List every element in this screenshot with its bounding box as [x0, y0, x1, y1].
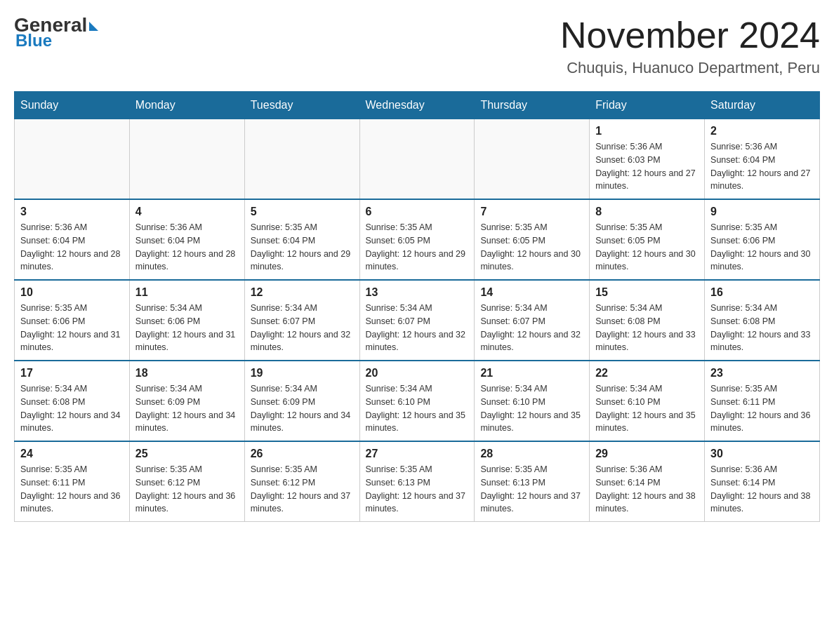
day-info: Sunrise: 5:34 AM Sunset: 6:09 PM Dayligh… — [251, 382, 354, 435]
header: General Blue November 2024 Chuquis, Huan… — [14, 14, 820, 77]
calendar-cell-3-2: 19Sunrise: 5:34 AM Sunset: 6:09 PM Dayli… — [244, 361, 359, 441]
day-number: 10 — [20, 286, 124, 299]
week-row-2: 3Sunrise: 5:36 AM Sunset: 6:04 PM Daylig… — [15, 199, 820, 280]
header-monday: Monday — [129, 92, 244, 119]
calendar-cell-0-4 — [475, 119, 590, 200]
header-thursday: Thursday — [475, 92, 590, 119]
day-info: Sunrise: 5:34 AM Sunset: 6:07 PM Dayligh… — [251, 302, 354, 354]
calendar-cell-0-2 — [244, 119, 359, 200]
month-title: November 2024 — [560, 14, 820, 56]
day-info: Sunrise: 5:34 AM Sunset: 6:08 PM Dayligh… — [710, 302, 814, 354]
calendar-cell-1-5: 8Sunrise: 5:35 AM Sunset: 6:05 PM Daylig… — [590, 199, 705, 280]
day-number: 11 — [135, 286, 239, 299]
day-info: Sunrise: 5:35 AM Sunset: 6:11 PM Dayligh… — [20, 463, 124, 516]
day-number: 13 — [366, 286, 469, 299]
day-number: 19 — [251, 367, 354, 380]
day-info: Sunrise: 5:36 AM Sunset: 6:04 PM Dayligh… — [135, 221, 239, 274]
day-number: 15 — [595, 286, 699, 299]
calendar-cell-0-3 — [359, 119, 475, 200]
day-info: Sunrise: 5:35 AM Sunset: 6:06 PM Dayligh… — [20, 302, 124, 354]
day-info: Sunrise: 5:34 AM Sunset: 6:08 PM Dayligh… — [595, 302, 699, 354]
calendar-cell-2-4: 14Sunrise: 5:34 AM Sunset: 6:07 PM Dayli… — [475, 280, 590, 361]
day-number: 1 — [595, 125, 699, 137]
day-info: Sunrise: 5:34 AM Sunset: 6:10 PM Dayligh… — [480, 382, 583, 435]
calendar-cell-2-6: 16Sunrise: 5:34 AM Sunset: 6:08 PM Dayli… — [705, 280, 820, 361]
day-info: Sunrise: 5:35 AM Sunset: 6:13 PM Dayligh… — [366, 463, 469, 516]
day-number: 2 — [710, 125, 814, 137]
header-sunday: Sunday — [15, 92, 130, 119]
calendar-cell-1-3: 6Sunrise: 5:35 AM Sunset: 6:05 PM Daylig… — [359, 199, 475, 280]
calendar-cell-1-6: 9Sunrise: 5:35 AM Sunset: 6:06 PM Daylig… — [705, 199, 820, 280]
day-info: Sunrise: 5:35 AM Sunset: 6:04 PM Dayligh… — [251, 221, 354, 274]
header-friday: Friday — [590, 92, 705, 119]
calendar-cell-2-2: 12Sunrise: 5:34 AM Sunset: 6:07 PM Dayli… — [244, 280, 359, 361]
day-info: Sunrise: 5:35 AM Sunset: 6:11 PM Dayligh… — [710, 382, 814, 435]
calendar-cell-2-3: 13Sunrise: 5:34 AM Sunset: 6:07 PM Dayli… — [359, 280, 475, 361]
calendar-cell-4-4: 28Sunrise: 5:35 AM Sunset: 6:13 PM Dayli… — [475, 441, 590, 522]
day-number: 29 — [595, 448, 699, 460]
day-info: Sunrise: 5:35 AM Sunset: 6:12 PM Dayligh… — [135, 463, 239, 516]
calendar-cell-0-0 — [15, 119, 130, 200]
day-number: 16 — [710, 286, 814, 299]
day-info: Sunrise: 5:35 AM Sunset: 6:12 PM Dayligh… — [251, 463, 354, 516]
day-info: Sunrise: 5:34 AM Sunset: 6:10 PM Dayligh… — [366, 382, 469, 435]
day-number: 18 — [135, 367, 239, 380]
calendar-cell-3-1: 18Sunrise: 5:34 AM Sunset: 6:09 PM Dayli… — [129, 361, 244, 441]
location-title: Chuquis, Huanuco Department, Peru — [560, 59, 820, 77]
day-number: 3 — [20, 206, 124, 218]
day-number: 20 — [366, 367, 469, 380]
header-wednesday: Wednesday — [359, 92, 475, 119]
weekday-header-row: Sunday Monday Tuesday Wednesday Thursday… — [15, 92, 820, 119]
day-info: Sunrise: 5:36 AM Sunset: 6:03 PM Dayligh… — [595, 140, 699, 193]
day-number: 23 — [710, 367, 814, 380]
day-number: 6 — [366, 206, 469, 218]
day-info: Sunrise: 5:34 AM Sunset: 6:09 PM Dayligh… — [135, 382, 239, 435]
calendar-cell-3-0: 17Sunrise: 5:34 AM Sunset: 6:08 PM Dayli… — [15, 361, 130, 441]
day-info: Sunrise: 5:36 AM Sunset: 6:14 PM Dayligh… — [595, 463, 699, 516]
header-saturday: Saturday — [705, 92, 820, 119]
day-number: 7 — [480, 206, 583, 218]
calendar-cell-2-1: 11Sunrise: 5:34 AM Sunset: 6:06 PM Dayli… — [129, 280, 244, 361]
day-info: Sunrise: 5:36 AM Sunset: 6:04 PM Dayligh… — [20, 221, 124, 274]
day-info: Sunrise: 5:35 AM Sunset: 6:13 PM Dayligh… — [480, 463, 583, 516]
calendar-cell-0-5: 1Sunrise: 5:36 AM Sunset: 6:03 PM Daylig… — [590, 119, 705, 200]
day-info: Sunrise: 5:34 AM Sunset: 6:07 PM Dayligh… — [366, 302, 469, 354]
day-info: Sunrise: 5:36 AM Sunset: 6:14 PM Dayligh… — [710, 463, 814, 516]
day-info: Sunrise: 5:34 AM Sunset: 6:06 PM Dayligh… — [135, 302, 239, 354]
logo-area: General Blue — [14, 14, 98, 51]
day-number: 8 — [595, 206, 699, 218]
header-tuesday: Tuesday — [244, 92, 359, 119]
calendar-cell-4-6: 30Sunrise: 5:36 AM Sunset: 6:14 PM Dayli… — [705, 441, 820, 522]
calendar-cell-4-0: 24Sunrise: 5:35 AM Sunset: 6:11 PM Dayli… — [15, 441, 130, 522]
day-number: 24 — [20, 448, 124, 460]
calendar-cell-4-5: 29Sunrise: 5:36 AM Sunset: 6:14 PM Dayli… — [590, 441, 705, 522]
day-number: 26 — [251, 448, 354, 460]
day-number: 27 — [366, 448, 469, 460]
calendar-cell-0-6: 2Sunrise: 5:36 AM Sunset: 6:04 PM Daylig… — [705, 119, 820, 200]
logo-blue-text: Blue — [15, 31, 52, 51]
calendar-table: Sunday Monday Tuesday Wednesday Thursday… — [14, 91, 820, 522]
day-number: 21 — [480, 367, 583, 380]
week-row-1: 1Sunrise: 5:36 AM Sunset: 6:03 PM Daylig… — [15, 119, 820, 200]
calendar-cell-4-1: 25Sunrise: 5:35 AM Sunset: 6:12 PM Dayli… — [129, 441, 244, 522]
logo-triangle — [89, 22, 98, 31]
day-number: 30 — [710, 448, 814, 460]
day-info: Sunrise: 5:35 AM Sunset: 6:05 PM Dayligh… — [595, 221, 699, 274]
calendar-cell-3-4: 21Sunrise: 5:34 AM Sunset: 6:10 PM Dayli… — [475, 361, 590, 441]
day-info: Sunrise: 5:35 AM Sunset: 6:06 PM Dayligh… — [710, 221, 814, 274]
day-number: 14 — [480, 286, 583, 299]
title-area: November 2024 Chuquis, Huanuco Departmen… — [560, 14, 820, 77]
day-info: Sunrise: 5:34 AM Sunset: 6:10 PM Dayligh… — [595, 382, 699, 435]
calendar-cell-1-4: 7Sunrise: 5:35 AM Sunset: 6:05 PM Daylig… — [475, 199, 590, 280]
day-number: 12 — [251, 286, 354, 299]
calendar-cell-3-5: 22Sunrise: 5:34 AM Sunset: 6:10 PM Dayli… — [590, 361, 705, 441]
calendar-cell-2-5: 15Sunrise: 5:34 AM Sunset: 6:08 PM Dayli… — [590, 280, 705, 361]
calendar-cell-3-3: 20Sunrise: 5:34 AM Sunset: 6:10 PM Dayli… — [359, 361, 475, 441]
day-info: Sunrise: 5:36 AM Sunset: 6:04 PM Dayligh… — [710, 140, 814, 193]
calendar-cell-3-6: 23Sunrise: 5:35 AM Sunset: 6:11 PM Dayli… — [705, 361, 820, 441]
day-number: 5 — [251, 206, 354, 218]
day-number: 25 — [135, 448, 239, 460]
calendar-cell-1-0: 3Sunrise: 5:36 AM Sunset: 6:04 PM Daylig… — [15, 199, 130, 280]
week-row-3: 10Sunrise: 5:35 AM Sunset: 6:06 PM Dayli… — [15, 280, 820, 361]
day-info: Sunrise: 5:35 AM Sunset: 6:05 PM Dayligh… — [480, 221, 583, 274]
